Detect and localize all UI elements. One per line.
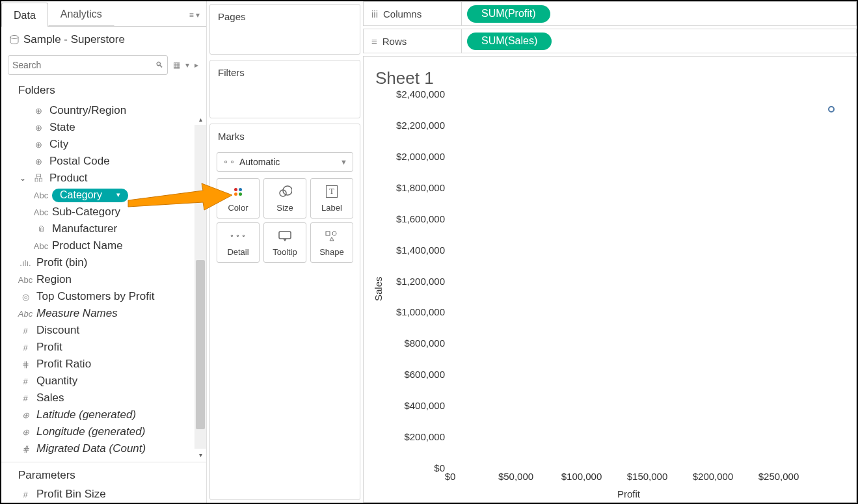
abc-icon: Abc [20, 309, 31, 319]
hash-icon: # [20, 326, 31, 336]
parameters-header: Parameters [1, 462, 206, 486]
pages-card[interactable]: Pages [209, 4, 360, 55]
field-top-customers[interactable]: Top Customers by Profit [1, 288, 191, 305]
data-point[interactable] [828, 106, 835, 113]
y-tick: $2,200,000 [396, 119, 445, 130]
tab-analytics[interactable]: Analytics [48, 1, 114, 26]
y-tick: $600,000 [404, 369, 445, 380]
mark-tooltip-button[interactable]: Tooltip [263, 222, 306, 263]
scroll-down-icon[interactable]: ▾ [194, 449, 206, 460]
field-state[interactable]: State [1, 119, 191, 136]
abc-icon: Abc [35, 241, 47, 251]
scroll-thumb[interactable] [196, 260, 205, 429]
clip-icon: 📎︎ [35, 224, 47, 234]
field-category[interactable]: AbcCategory [1, 187, 191, 204]
search-input[interactable] [12, 60, 153, 70]
y-tick: $800,000 [404, 338, 445, 349]
svg-point-0 [10, 36, 18, 39]
pages-title: Pages [210, 5, 360, 29]
field-profit-bin[interactable]: .ılı.Profit (bin) [1, 254, 191, 271]
hash-icon: # [20, 377, 31, 386]
marks-card: Marks ⚬⚬Automatic ▼ Color Size T [209, 124, 360, 500]
abc-icon: Abc [35, 207, 47, 217]
folders-header: Folders [1, 80, 206, 102]
search-box[interactable]: 🔍︎ [8, 55, 168, 75]
fields-tree: Country/Region State City Postal Code ⌄品… [1, 102, 206, 462]
fields-scrollbar[interactable]: ▴ ▾ [194, 125, 206, 449]
field-quantity[interactable]: #Quantity [1, 373, 191, 390]
field-country[interactable]: Country/Region [1, 102, 191, 119]
category-pill[interactable]: Category [52, 189, 128, 202]
data-pane: Data Analytics ≡ ▾ Sample - Superstore 🔍… [1, 1, 207, 503]
filters-card[interactable]: Filters [209, 60, 360, 118]
x-tick: $250,000 [758, 471, 799, 482]
mark-type-select[interactable]: ⚬⚬Automatic ▼ [217, 152, 353, 172]
mark-size-button[interactable]: Size [263, 178, 306, 219]
mark-detail-button[interactable]: ∘∘∘ Detail [217, 222, 260, 263]
columns-shelf[interactable]: iiiColumns SUM(Profit) [363, 1, 857, 26]
view-sort-icon[interactable]: ▾ [184, 59, 191, 71]
scroll-up-icon[interactable]: ▴ [194, 113, 206, 125]
filters-title: Filters [210, 60, 360, 85]
columns-pill[interactable]: SUM(Profit) [467, 5, 550, 23]
detail-icon: ∘∘∘ [230, 229, 247, 243]
y-tick: $0 [434, 462, 445, 473]
field-latitude[interactable]: Latitude (generated) [1, 406, 191, 423]
tab-data[interactable]: Data [1, 3, 48, 27]
sidebar-menu-icon[interactable]: ≡ ▾ [183, 4, 206, 26]
data-source-name: Sample - Superstore [23, 33, 125, 46]
hash-icon: # [20, 490, 31, 499]
viz-canvas[interactable]: Sheet 1 Sales $0$200,000$400,000$600,000… [363, 56, 857, 503]
x-tick: $100,000 [561, 471, 602, 482]
x-tick: $200,000 [693, 471, 734, 482]
mark-shape-button[interactable]: Shape [310, 222, 353, 263]
y-axis-label: Sales [371, 91, 385, 487]
view-filter-icon[interactable]: ▸ [193, 59, 200, 71]
mark-color-button[interactable]: Color [217, 178, 260, 219]
y-tick: $1,200,000 [396, 275, 445, 286]
view-grid-icon[interactable]: ▦ [172, 59, 181, 71]
field-manufacturer[interactable]: 📎︎Manufacturer [1, 220, 191, 237]
field-product-folder[interactable]: ⌄品Product [1, 170, 191, 187]
y-tick: $2,000,000 [396, 150, 445, 161]
field-sales[interactable]: #Sales [1, 390, 191, 406]
y-tick: $1,400,000 [396, 244, 445, 255]
shape-icon [325, 229, 339, 243]
mark-label-button[interactable]: T Label [310, 178, 353, 219]
data-source-row[interactable]: Sample - Superstore [1, 27, 206, 53]
rows-pill[interactable]: SUM(Sales) [467, 33, 552, 50]
y-tick: $2,400,000 [396, 88, 445, 99]
cards-column: Pages Filters Marks ⚬⚬Automatic ▼ Color [207, 1, 363, 503]
field-longitude[interactable]: Longitude (generated) [1, 423, 191, 440]
field-measure-names[interactable]: AbcMeasure Names [1, 305, 191, 322]
svg-rect-4 [326, 232, 330, 235]
size-icon [278, 185, 292, 199]
globe-icon [20, 410, 31, 420]
field-product-name[interactable]: AbcProduct Name [1, 237, 191, 254]
x-tick: $0 [445, 471, 456, 482]
field-region[interactable]: AbcRegion [1, 271, 191, 288]
plot: $0$200,000$400,000$600,000$800,000$1,000… [385, 91, 847, 487]
x-tick: $50,000 [498, 471, 533, 482]
field-profit[interactable]: #Profit [1, 339, 191, 356]
rows-icon: ≡ [371, 36, 377, 47]
field-subcategory[interactable]: AbcSub-Category [1, 204, 191, 220]
field-discount[interactable]: #Discount [1, 322, 191, 339]
y-tick: $1,800,000 [396, 181, 445, 192]
field-profit-ratio[interactable]: ⋕Profit Ratio [1, 356, 191, 373]
field-postal[interactable]: Postal Code [1, 153, 191, 170]
rows-shelf[interactable]: ≡Rows SUM(Sales) [363, 29, 857, 53]
field-city[interactable]: City [1, 136, 191, 153]
marks-title: Marks [210, 124, 360, 148]
globe-icon [33, 140, 44, 150]
bin-icon: .ılı. [20, 258, 31, 268]
hash-icon: # [20, 393, 31, 403]
y-tick: $1,600,000 [396, 213, 445, 224]
param-profit-bin-size[interactable]: #Profit Bin Size [1, 486, 206, 503]
field-migrated[interactable]: ⋕Migrated Data (Count) [1, 440, 191, 457]
sheet-title[interactable]: Sheet 1 [375, 68, 847, 88]
hash-icon: ⋕ [20, 360, 31, 369]
abc-icon: Abc [35, 191, 47, 200]
chevron-down-icon: ▼ [340, 158, 347, 166]
x-tick: $150,000 [627, 471, 668, 482]
